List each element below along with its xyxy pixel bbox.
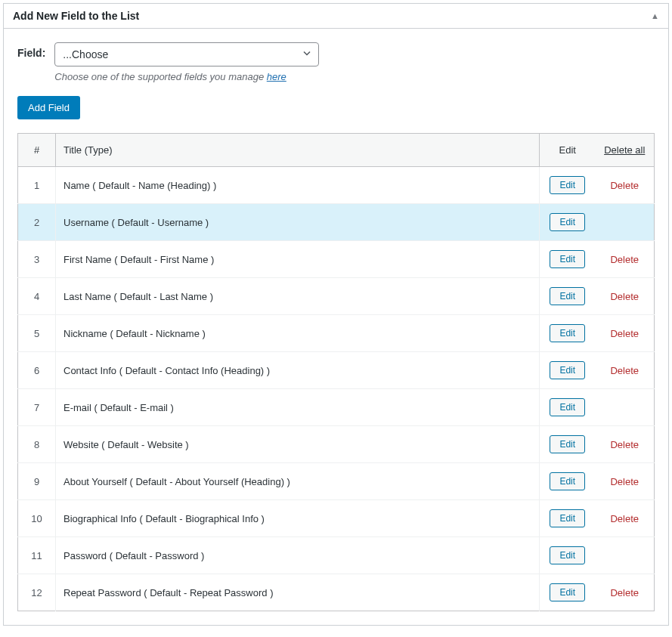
field-row: Field: ...Choose Choose one of the suppo… <box>17 42 655 82</box>
table-header-row: # Title (Type) Edit Delete all <box>18 134 655 167</box>
edit-button[interactable]: Edit <box>550 583 585 601</box>
row-num: 3 <box>18 241 56 278</box>
row-delete-cell: Delete <box>596 315 655 352</box>
table-row: 6Contact Info ( Default - Contact Info (… <box>18 352 655 389</box>
add-field-panel: Add New Field to the List ▲ Field: ...Ch… <box>3 3 669 626</box>
delete-link[interactable]: Delete <box>610 254 639 265</box>
table-row: 10Biographical Info ( Default - Biograph… <box>18 500 655 537</box>
edit-button[interactable]: Edit <box>550 250 585 268</box>
field-select-wrap: ...Choose Choose one of the supported fi… <box>54 42 319 82</box>
edit-button[interactable]: Edit <box>550 398 585 416</box>
edit-button[interactable]: Edit <box>550 213 585 231</box>
row-num: 9 <box>18 463 56 500</box>
table-row: 8Website ( Default - Website )EditDelete <box>18 426 655 463</box>
col-header-title: Title (Type) <box>56 134 540 167</box>
edit-button[interactable]: Edit <box>550 435 585 453</box>
table-row: 2Username ( Default - Username )Edit <box>18 204 655 241</box>
row-delete-cell: Delete <box>596 426 655 463</box>
row-delete-cell: Delete <box>596 574 655 611</box>
row-num: 6 <box>18 352 56 389</box>
row-delete-cell: Delete <box>596 167 655 204</box>
select-container: ...Choose <box>54 42 319 66</box>
row-delete-cell <box>596 537 655 574</box>
help-link[interactable]: here <box>267 71 286 82</box>
row-title: Username ( Default - Username ) <box>56 204 540 241</box>
row-edit-cell: Edit <box>540 204 596 241</box>
row-delete-cell: Delete <box>596 500 655 537</box>
row-delete-cell <box>596 204 655 241</box>
delete-link[interactable]: Delete <box>610 476 639 487</box>
delete-link[interactable]: Delete <box>610 513 639 524</box>
row-edit-cell: Edit <box>540 426 596 463</box>
edit-button[interactable]: Edit <box>550 546 585 564</box>
edit-button[interactable]: Edit <box>550 324 585 342</box>
col-header-delete: Delete all <box>596 134 655 167</box>
table-row: 3First Name ( Default - First Name )Edit… <box>18 241 655 278</box>
row-num: 7 <box>18 389 56 426</box>
field-select[interactable]: ...Choose <box>54 42 319 66</box>
delete-link[interactable]: Delete <box>610 587 639 598</box>
row-num: 10 <box>18 500 56 537</box>
delete-link[interactable]: Delete <box>610 180 639 191</box>
row-title: E-mail ( Default - E-mail ) <box>56 389 540 426</box>
edit-button[interactable]: Edit <box>550 176 585 194</box>
row-title: Biographical Info ( Default - Biographic… <box>56 500 540 537</box>
row-delete-cell <box>596 389 655 426</box>
table-row: 11Password ( Default - Password )Edit <box>18 537 655 574</box>
add-field-button[interactable]: Add Field <box>17 96 80 119</box>
row-title: Nickname ( Default - Nickname ) <box>56 315 540 352</box>
panel-header: Add New Field to the List ▲ <box>4 4 668 29</box>
row-title: First Name ( Default - First Name ) <box>56 241 540 278</box>
table-row: 4Last Name ( Default - Last Name )EditDe… <box>18 278 655 315</box>
table-row: 7E-mail ( Default - E-mail )Edit <box>18 389 655 426</box>
row-edit-cell: Edit <box>540 241 596 278</box>
edit-button[interactable]: Edit <box>550 361 585 379</box>
row-num: 8 <box>18 426 56 463</box>
row-title: Name ( Default - Name (Heading) ) <box>56 167 540 204</box>
panel-body: Field: ...Choose Choose one of the suppo… <box>4 29 668 625</box>
row-edit-cell: Edit <box>540 278 596 315</box>
row-edit-cell: Edit <box>540 463 596 500</box>
row-num: 5 <box>18 315 56 352</box>
row-edit-cell: Edit <box>540 352 596 389</box>
row-edit-cell: Edit <box>540 574 596 611</box>
row-num: 12 <box>18 574 56 611</box>
delete-link[interactable]: Delete <box>610 439 639 450</box>
delete-link[interactable]: Delete <box>610 365 639 376</box>
edit-button[interactable]: Edit <box>550 509 585 527</box>
collapse-toggle-icon[interactable]: ▲ <box>651 11 659 20</box>
panel-title: Add New Field to the List <box>13 10 139 22</box>
row-title: About Yourself ( Default - About Yoursel… <box>56 463 540 500</box>
row-edit-cell: Edit <box>540 167 596 204</box>
col-header-edit: Edit <box>540 134 596 167</box>
row-num: 11 <box>18 537 56 574</box>
row-edit-cell: Edit <box>540 389 596 426</box>
row-delete-cell: Delete <box>596 241 655 278</box>
fields-table: # Title (Type) Edit Delete all 1Name ( D… <box>17 133 655 611</box>
row-edit-cell: Edit <box>540 500 596 537</box>
row-edit-cell: Edit <box>540 315 596 352</box>
delete-all-link[interactable]: Delete all <box>604 144 645 156</box>
delete-link[interactable]: Delete <box>610 328 639 339</box>
row-delete-cell: Delete <box>596 463 655 500</box>
edit-button[interactable]: Edit <box>550 287 585 305</box>
row-title: Contact Info ( Default - Contact Info (H… <box>56 352 540 389</box>
row-title: Password ( Default - Password ) <box>56 537 540 574</box>
row-num: 2 <box>18 204 56 241</box>
field-label: Field: <box>17 42 45 59</box>
table-row: 5Nickname ( Default - Nickname )EditDele… <box>18 315 655 352</box>
table-row: 9About Yourself ( Default - About Yourse… <box>18 463 655 500</box>
row-num: 1 <box>18 167 56 204</box>
row-edit-cell: Edit <box>540 537 596 574</box>
row-title: Website ( Default - Website ) <box>56 426 540 463</box>
row-title: Repeat Password ( Default - Repeat Passw… <box>56 574 540 611</box>
edit-button[interactable]: Edit <box>550 472 585 490</box>
col-header-num: # <box>18 134 56 167</box>
delete-link[interactable]: Delete <box>610 291 639 302</box>
table-row: 12Repeat Password ( Default - Repeat Pas… <box>18 574 655 611</box>
help-text: Choose one of the supported fields you m… <box>54 71 319 82</box>
help-text-prefix: Choose one of the supported fields you m… <box>54 71 266 82</box>
row-num: 4 <box>18 278 56 315</box>
row-title: Last Name ( Default - Last Name ) <box>56 278 540 315</box>
row-delete-cell: Delete <box>596 352 655 389</box>
